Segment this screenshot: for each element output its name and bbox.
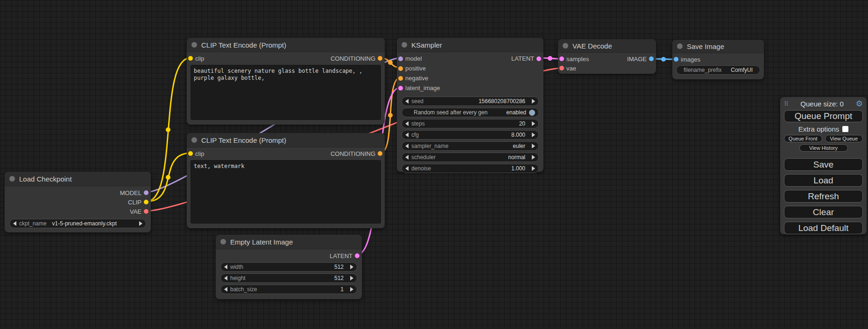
decrement-arrow-icon[interactable] (224, 276, 227, 280)
latent-image-input-dot[interactable] (398, 86, 403, 91)
vae-decode-node[interactable]: VAE Decode samples IMAGE vae (558, 39, 656, 74)
input-label-images: images (681, 56, 700, 63)
decrement-arrow-icon[interactable] (405, 121, 409, 126)
increment-arrow-icon[interactable] (532, 121, 535, 126)
node-title-bar[interactable]: VAE Decode (558, 39, 656, 53)
node-title-bar[interactable]: CLIP Text Encode (Prompt) (187, 38, 385, 52)
filename-prefix-widget[interactable]: filename_prefix ComfyUI (676, 65, 760, 75)
conditioning-output-dot[interactable] (378, 56, 382, 61)
denoise-widget[interactable]: denoise 1.000 (402, 164, 539, 173)
collapse-dot-icon[interactable] (563, 43, 568, 49)
queue-prompt-button[interactable]: Queue Prompt (784, 110, 863, 122)
next-arrow-icon[interactable] (532, 155, 535, 160)
node-title: Save Image (687, 42, 724, 50)
scheduler-widget[interactable]: scheduler normal (402, 153, 539, 162)
collapse-dot-icon[interactable] (9, 176, 15, 182)
drag-handle-icon[interactable]: ⠿ (784, 100, 789, 107)
collapse-dot-icon[interactable] (191, 42, 197, 48)
toggle-circle-icon[interactable] (529, 110, 535, 116)
slot-row: clip CONDITIONING (187, 149, 385, 158)
vae-output-dot[interactable] (144, 209, 148, 214)
decrement-arrow-icon[interactable] (405, 133, 409, 137)
output-label-image: IMAGE (627, 56, 647, 63)
decrement-arrow-icon[interactable] (224, 287, 227, 292)
node-title-bar[interactable]: Save Image (672, 40, 764, 53)
collapse-dot-icon[interactable] (677, 43, 683, 49)
ckpt-name-widget[interactable]: ckpt_name v1-5-pruned-emaonly.ckpt (9, 219, 146, 228)
load-button[interactable]: Load (784, 174, 863, 187)
clip-text-encode-positive-node[interactable]: CLIP Text Encode (Prompt) clip CONDITION… (187, 38, 385, 125)
decrement-arrow-icon[interactable] (405, 166, 409, 171)
increment-arrow-icon[interactable] (350, 265, 353, 269)
input-label-negative: negative (405, 75, 428, 82)
clip-text-encode-negative-node[interactable]: CLIP Text Encode (Prompt) clip CONDITION… (187, 133, 385, 228)
clip-output-dot[interactable] (144, 200, 148, 204)
positive-prompt-textarea[interactable]: beautiful scenery nature glass bottle la… (191, 65, 381, 120)
batch-size-widget[interactable]: batch_size 1 (220, 285, 357, 294)
widget-value: 512 (334, 264, 344, 270)
queue-front-button[interactable]: Queue Front (784, 135, 822, 142)
extra-options-checkbox[interactable] (842, 126, 848, 132)
clip-input-dot[interactable] (188, 56, 193, 61)
image-output-dot[interactable] (649, 56, 654, 61)
vae-input-dot[interactable] (559, 66, 564, 70)
save-image-node[interactable]: Save Image images filename_prefix ComfyU… (672, 40, 764, 79)
decrement-arrow-icon[interactable] (405, 99, 409, 104)
node-title-bar[interactable]: Empty Latent Image (216, 235, 362, 249)
view-history-button[interactable]: View History (799, 144, 848, 152)
settings-gear-icon[interactable]: ⚙ (856, 100, 863, 108)
empty-latent-image-node[interactable]: Empty Latent Image LATENT width 512 heig… (216, 235, 362, 299)
cfg-widget[interactable]: cfg 8.000 (402, 130, 539, 140)
random-seed-toggle-widget[interactable]: Random seed after every gen enabled (402, 108, 539, 117)
refresh-button[interactable]: Refresh (784, 190, 863, 203)
increment-arrow-icon[interactable] (532, 133, 535, 137)
next-arrow-icon[interactable] (139, 221, 142, 226)
steps-widget[interactable]: steps 20 (402, 119, 539, 128)
prev-arrow-icon[interactable] (13, 221, 16, 226)
collapse-dot-icon[interactable] (220, 239, 226, 245)
width-widget[interactable]: width 512 (220, 262, 357, 272)
next-arrow-icon[interactable] (532, 144, 535, 148)
output-label-vae: VAE (130, 208, 141, 215)
node-title-bar[interactable]: Load Checkpoint (5, 172, 151, 186)
widget-value: 1 (340, 286, 344, 293)
queue-panel[interactable]: ⠿ Queue size: 0 ⚙ Queue Prompt Extra opt… (780, 97, 867, 234)
negative-input-dot[interactable] (398, 76, 403, 81)
input-label-positive: positive (405, 65, 426, 72)
decrement-arrow-icon[interactable] (224, 265, 227, 269)
view-queue-button[interactable]: View Queue (825, 135, 863, 142)
increment-arrow-icon[interactable] (350, 276, 353, 280)
latent-output-dot[interactable] (536, 56, 541, 61)
increment-arrow-icon[interactable] (532, 166, 535, 171)
conditioning-output-dot[interactable] (378, 151, 382, 156)
latent-output-dot[interactable] (355, 253, 360, 258)
height-widget[interactable]: height 512 (220, 273, 357, 283)
view-history-row: View History (784, 144, 863, 152)
widget-value: 156680208700286 (479, 98, 525, 105)
collapse-dot-icon[interactable] (191, 137, 197, 143)
output-label-model: MODEL (120, 189, 141, 196)
increment-arrow-icon[interactable] (532, 99, 535, 104)
clear-button[interactable]: Clear (784, 206, 863, 218)
node-title-bar[interactable]: CLIP Text Encode (Prompt) (187, 133, 385, 147)
prev-arrow-icon[interactable] (405, 144, 409, 148)
negative-prompt-textarea[interactable]: text, watermark (191, 160, 381, 224)
sampler-name-widget[interactable]: sampler_name euler (402, 141, 539, 151)
ksampler-node[interactable]: KSampler model LATENT positive negative … (397, 38, 543, 172)
node-graph-canvas[interactable]: Load Checkpoint MODEL CLIP VAE ckpt_name… (0, 0, 868, 329)
samples-input-dot[interactable] (559, 56, 564, 61)
model-output-dot[interactable] (144, 190, 148, 195)
load-default-button[interactable]: Load Default (784, 222, 863, 234)
positive-input-dot[interactable] (398, 66, 403, 71)
clip-input-dot[interactable] (188, 151, 193, 156)
save-button[interactable]: Save (784, 158, 863, 171)
collapse-dot-icon[interactable] (402, 42, 407, 48)
images-input-dot[interactable] (674, 57, 678, 62)
seed-widget[interactable]: seed 156680208700286 (402, 97, 539, 106)
increment-arrow-icon[interactable] (350, 287, 353, 292)
model-input-dot[interactable] (398, 56, 403, 61)
load-checkpoint-node[interactable]: Load Checkpoint MODEL CLIP VAE ckpt_name… (5, 172, 151, 232)
widget-label: width (230, 264, 243, 270)
prev-arrow-icon[interactable] (405, 155, 409, 160)
node-title-bar[interactable]: KSampler (397, 38, 543, 52)
